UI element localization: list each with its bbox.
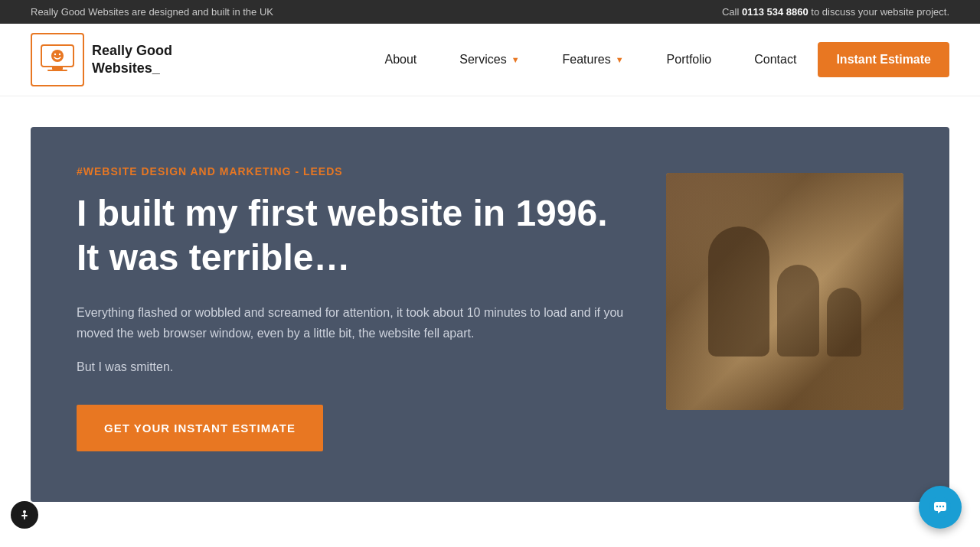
svg-point-7 bbox=[936, 506, 938, 507]
hero-body-1: Everything flashed or wobbled and scream… bbox=[77, 302, 635, 344]
nav-item-contact[interactable]: Contact bbox=[733, 45, 818, 74]
svg-rect-1 bbox=[52, 67, 63, 70]
hero-content: #WEBSITE DESIGN AND MARKETING - LEEDS I … bbox=[77, 165, 635, 451]
hero-tag: #WEBSITE DESIGN AND MARKETING - LEEDS bbox=[77, 165, 635, 177]
logo-text: Really Good Websites_ bbox=[92, 42, 172, 78]
hero-title: I built my first website in 1996. It was… bbox=[77, 191, 635, 279]
svg-point-8 bbox=[939, 506, 941, 507]
nav-item-features[interactable]: Features ▼ bbox=[541, 45, 645, 74]
photo-silhouettes bbox=[708, 226, 861, 357]
silhouette-child2 bbox=[827, 288, 861, 357]
accessibility-icon bbox=[17, 507, 32, 523]
nav-link-about[interactable]: About bbox=[363, 45, 438, 74]
nav-item-portfolio[interactable]: Portfolio bbox=[645, 45, 733, 74]
chat-icon bbox=[929, 497, 951, 518]
nav-links: About Services ▼ Features ▼ Portfolio Co… bbox=[363, 42, 949, 77]
nav-link-portfolio[interactable]: Portfolio bbox=[645, 45, 733, 74]
nav-link-features[interactable]: Features ▼ bbox=[541, 45, 645, 74]
hero-cta-button[interactable]: GET YOUR INSTANT ESTIMATE bbox=[77, 405, 323, 451]
top-bar-left: Really Good Websites are designed and bu… bbox=[31, 6, 273, 18]
top-bar-call-suffix: to discuss your website project. bbox=[808, 6, 949, 18]
svg-point-5 bbox=[59, 54, 60, 55]
svg-point-11 bbox=[23, 510, 26, 513]
svg-point-3 bbox=[51, 50, 64, 62]
silhouette-child1 bbox=[777, 265, 819, 357]
nav-link-contact[interactable]: Contact bbox=[733, 45, 818, 74]
svg-point-9 bbox=[942, 506, 944, 507]
accessibility-widget[interactable] bbox=[11, 501, 38, 529]
logo-svg bbox=[38, 41, 77, 79]
nav-cta[interactable]: Instant Estimate bbox=[818, 42, 949, 77]
hero-image bbox=[666, 173, 903, 410]
hero-body-2: But I was smitten. bbox=[77, 357, 635, 377]
main-nav: Really Good Websites_ About Services ▼ F… bbox=[0, 24, 980, 96]
svg-rect-2 bbox=[47, 70, 67, 71]
top-bar-right: Call 0113 534 8860 to discuss your websi… bbox=[722, 6, 949, 18]
services-chevron-icon: ▼ bbox=[511, 55, 520, 64]
hero-section: #WEBSITE DESIGN AND MARKETING - LEEDS I … bbox=[31, 127, 949, 502]
nav-link-services[interactable]: Services ▼ bbox=[438, 45, 541, 74]
logo-link[interactable]: Really Good Websites_ bbox=[31, 33, 172, 86]
svg-point-4 bbox=[54, 54, 56, 55]
nav-item-services[interactable]: Services ▼ bbox=[438, 45, 541, 74]
phone-number[interactable]: 0113 534 8860 bbox=[742, 6, 808, 18]
top-bar: Really Good Websites are designed and bu… bbox=[0, 0, 980, 24]
instant-estimate-button[interactable]: Instant Estimate bbox=[818, 42, 949, 77]
nav-item-about[interactable]: About bbox=[363, 45, 438, 74]
silhouette-adult bbox=[708, 226, 769, 357]
features-chevron-icon: ▼ bbox=[616, 55, 624, 64]
logo-icon bbox=[31, 33, 84, 86]
chat-widget[interactable] bbox=[919, 486, 962, 529]
hero-photo bbox=[666, 173, 903, 410]
top-bar-call-prefix: Call bbox=[722, 6, 742, 18]
